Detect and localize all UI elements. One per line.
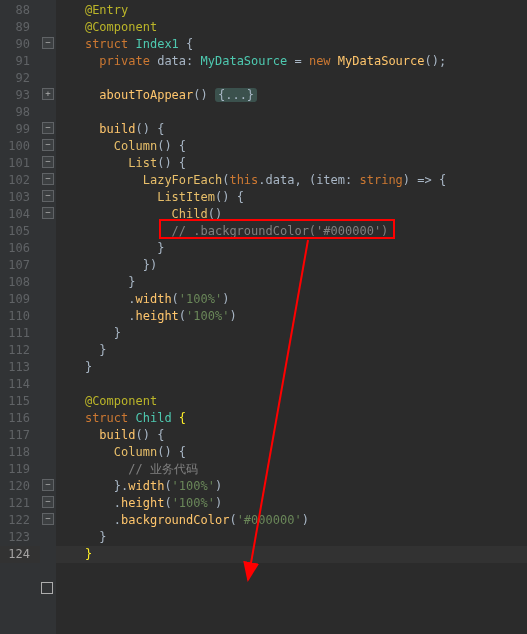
line-number: 107 bbox=[0, 257, 40, 274]
fold-toggle-icon[interactable]: − bbox=[42, 479, 54, 491]
fold-toggle-icon[interactable]: − bbox=[42, 207, 54, 219]
line-number: 118 bbox=[0, 444, 40, 461]
line-number: 88 bbox=[0, 2, 40, 19]
code-line: .height('100%') bbox=[56, 308, 527, 325]
line-number: 98 bbox=[0, 104, 40, 121]
code-line: .backgroundColor('#000000') bbox=[56, 512, 527, 529]
line-number: 121 bbox=[0, 495, 40, 512]
line-number: 92 bbox=[0, 70, 40, 87]
line-number: 110 bbox=[0, 308, 40, 325]
code-line-active: } bbox=[56, 546, 527, 563]
code-line: List() { bbox=[56, 155, 527, 172]
code-line: } bbox=[56, 240, 527, 257]
fold-toggle-icon[interactable]: − bbox=[42, 513, 54, 525]
line-number: 112 bbox=[0, 342, 40, 359]
code-line: @Entry bbox=[56, 2, 527, 19]
line-number: 113 bbox=[0, 359, 40, 376]
breakpoint-marker-icon[interactable] bbox=[41, 582, 53, 594]
code-line: private data: MyDataSource = new MyDataS… bbox=[56, 53, 527, 70]
line-number: 100 bbox=[0, 138, 40, 155]
fold-toggle-icon[interactable]: − bbox=[42, 156, 54, 168]
line-number: 119 bbox=[0, 461, 40, 478]
code-line bbox=[56, 376, 527, 393]
code-line: Column() { bbox=[56, 138, 527, 155]
code-line bbox=[56, 104, 527, 121]
line-number: 101 bbox=[0, 155, 40, 172]
annotation-highlight-box bbox=[159, 219, 395, 239]
line-number: 106 bbox=[0, 240, 40, 257]
code-line: struct Child { bbox=[56, 410, 527, 427]
line-number: 124 bbox=[0, 546, 40, 563]
code-line: Column() { bbox=[56, 444, 527, 461]
line-number: 117 bbox=[0, 427, 40, 444]
code-line: build() { bbox=[56, 121, 527, 138]
line-number: 103 bbox=[0, 189, 40, 206]
code-line: }.width('100%') bbox=[56, 478, 527, 495]
line-number: 120 bbox=[0, 478, 40, 495]
line-number: 99 bbox=[0, 121, 40, 138]
code-line: LazyForEach(this.data, (item: string) =>… bbox=[56, 172, 527, 189]
code-line: ListItem() { bbox=[56, 189, 527, 206]
line-number: 91 bbox=[0, 53, 40, 70]
fold-toggle-icon[interactable]: − bbox=[42, 122, 54, 134]
line-number: 104 bbox=[0, 206, 40, 223]
code-line: @Component bbox=[56, 393, 527, 410]
code-line: }) bbox=[56, 257, 527, 274]
line-number: 116 bbox=[0, 410, 40, 427]
line-number: 102 bbox=[0, 172, 40, 189]
line-number: 123 bbox=[0, 529, 40, 546]
code-line: build() { bbox=[56, 427, 527, 444]
line-number: 114 bbox=[0, 376, 40, 393]
code-line: } bbox=[56, 274, 527, 291]
line-number: 115 bbox=[0, 393, 40, 410]
code-line: aboutToAppear() {...} bbox=[56, 87, 527, 104]
code-area[interactable]: @Entry @Component struct Index1 { privat… bbox=[56, 0, 527, 634]
fold-toggle-icon[interactable]: + bbox=[42, 88, 54, 100]
fold-toggle-icon[interactable]: − bbox=[42, 139, 54, 151]
fold-gutter: − + − − − − − − − − − bbox=[40, 0, 56, 634]
fold-toggle-icon[interactable]: − bbox=[42, 173, 54, 185]
line-number: 105 bbox=[0, 223, 40, 240]
code-line: .width('100%') bbox=[56, 291, 527, 308]
code-line: struct Index1 { bbox=[56, 36, 527, 53]
fold-toggle-icon[interactable]: − bbox=[42, 190, 54, 202]
code-line: @Component bbox=[56, 19, 527, 36]
folded-code-block[interactable]: {...} bbox=[215, 88, 257, 102]
fold-toggle-icon[interactable]: − bbox=[42, 496, 54, 508]
line-number: 90 bbox=[0, 36, 40, 53]
line-number: 89 bbox=[0, 19, 40, 36]
code-line: } bbox=[56, 359, 527, 376]
code-line: } bbox=[56, 529, 527, 546]
line-number: 93 bbox=[0, 87, 40, 104]
line-number: 109 bbox=[0, 291, 40, 308]
code-line: } bbox=[56, 325, 527, 342]
code-editor[interactable]: 88 89 90 91 92 93 98 99 100 101 102 103 … bbox=[0, 0, 527, 634]
fold-toggle-icon[interactable]: − bbox=[42, 37, 54, 49]
code-line: .height('100%') bbox=[56, 495, 527, 512]
code-line: } bbox=[56, 342, 527, 359]
code-line bbox=[56, 70, 527, 87]
code-line: // 业务代码 bbox=[56, 461, 527, 478]
line-number: 122 bbox=[0, 512, 40, 529]
line-number: 108 bbox=[0, 274, 40, 291]
line-number-gutter: 88 89 90 91 92 93 98 99 100 101 102 103 … bbox=[0, 0, 40, 634]
line-number: 111 bbox=[0, 325, 40, 342]
